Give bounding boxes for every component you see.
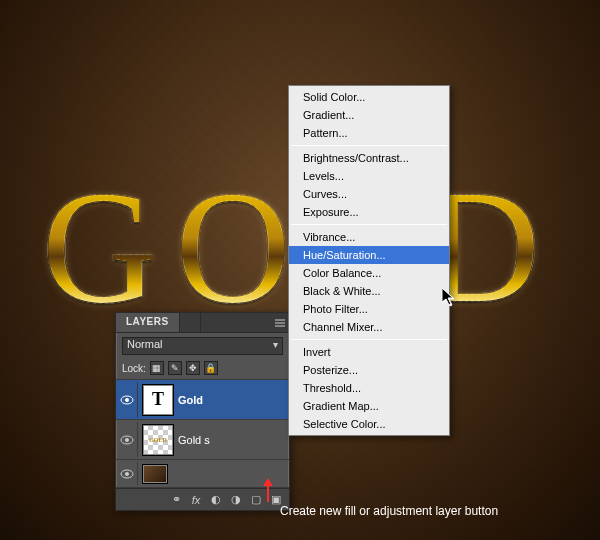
menu-item-brightness-contrast[interactable]: Brightness/Contrast... bbox=[289, 149, 449, 167]
menu-item-curves[interactable]: Curves... bbox=[289, 185, 449, 203]
adjustment-layer-menu: Solid Color...Gradient...Pattern...Brigh… bbox=[288, 85, 450, 436]
visibility-icon[interactable] bbox=[116, 422, 138, 457]
lock-position-icon[interactable]: ✥ bbox=[186, 361, 200, 375]
layer-row-goldshadow[interactable]: Gold s bbox=[116, 420, 289, 460]
visibility-icon[interactable] bbox=[116, 462, 138, 485]
menu-separator bbox=[291, 224, 447, 225]
menu-item-exposure[interactable]: Exposure... bbox=[289, 203, 449, 221]
layer-thumb-bg bbox=[142, 464, 168, 484]
menu-separator bbox=[291, 339, 447, 340]
layer-name: Gold s bbox=[178, 434, 210, 446]
menu-item-levels[interactable]: Levels... bbox=[289, 167, 449, 185]
menu-item-solid-color[interactable]: Solid Color... bbox=[289, 88, 449, 106]
mask-icon[interactable]: ◐ bbox=[207, 492, 225, 508]
panel-tab-row: LAYERS bbox=[116, 313, 289, 333]
link-layers-icon[interactable]: ⚭ bbox=[167, 492, 185, 508]
annotation-caption: Create new fill or adjustment layer butt… bbox=[280, 504, 498, 518]
layer-thumb-raster bbox=[142, 424, 174, 456]
menu-item-hue-saturation[interactable]: Hue/Saturation... bbox=[289, 246, 449, 264]
lock-row: Lock: ▦ ✎ ✥ 🔒 bbox=[116, 359, 289, 380]
svg-point-5 bbox=[125, 472, 129, 476]
lock-label: Lock: bbox=[122, 363, 146, 374]
menu-item-posterize[interactable]: Posterize... bbox=[289, 361, 449, 379]
menu-item-gradient-map[interactable]: Gradient Map... bbox=[289, 397, 449, 415]
menu-item-channel-mixer[interactable]: Channel Mixer... bbox=[289, 318, 449, 336]
menu-item-gradient[interactable]: Gradient... bbox=[289, 106, 449, 124]
adjustment-layer-icon[interactable]: ◑ bbox=[227, 492, 245, 508]
menu-item-color-balance[interactable]: Color Balance... bbox=[289, 264, 449, 282]
layer-name: Gold bbox=[178, 394, 203, 406]
svg-point-1 bbox=[125, 398, 129, 402]
menu-item-photo-filter[interactable]: Photo Filter... bbox=[289, 300, 449, 318]
panel-tab-hidden[interactable] bbox=[180, 313, 201, 332]
layers-tab[interactable]: LAYERS bbox=[116, 313, 180, 332]
blend-mode-row: Normal bbox=[116, 333, 289, 359]
svg-point-3 bbox=[125, 438, 129, 442]
layer-thumb-text: T bbox=[142, 384, 174, 416]
menu-item-black-white[interactable]: Black & White... bbox=[289, 282, 449, 300]
menu-item-invert[interactable]: Invert bbox=[289, 343, 449, 361]
layer-row-gold[interactable]: T Gold bbox=[116, 380, 289, 420]
lock-all-icon[interactable]: 🔒 bbox=[204, 361, 218, 375]
fx-icon[interactable]: fx bbox=[187, 492, 205, 508]
lock-transparency-icon[interactable]: ▦ bbox=[150, 361, 164, 375]
blend-mode-select[interactable]: Normal bbox=[122, 337, 283, 355]
annotation-arrow bbox=[263, 480, 273, 502]
menu-item-selective-color[interactable]: Selective Color... bbox=[289, 415, 449, 433]
lock-paint-icon[interactable]: ✎ bbox=[168, 361, 182, 375]
panel-menu-icon[interactable] bbox=[271, 313, 289, 332]
menu-item-pattern[interactable]: Pattern... bbox=[289, 124, 449, 142]
visibility-icon[interactable] bbox=[116, 382, 138, 417]
menu-item-vibrance[interactable]: Vibrance... bbox=[289, 228, 449, 246]
menu-separator bbox=[291, 145, 447, 146]
menu-item-threshold[interactable]: Threshold... bbox=[289, 379, 449, 397]
